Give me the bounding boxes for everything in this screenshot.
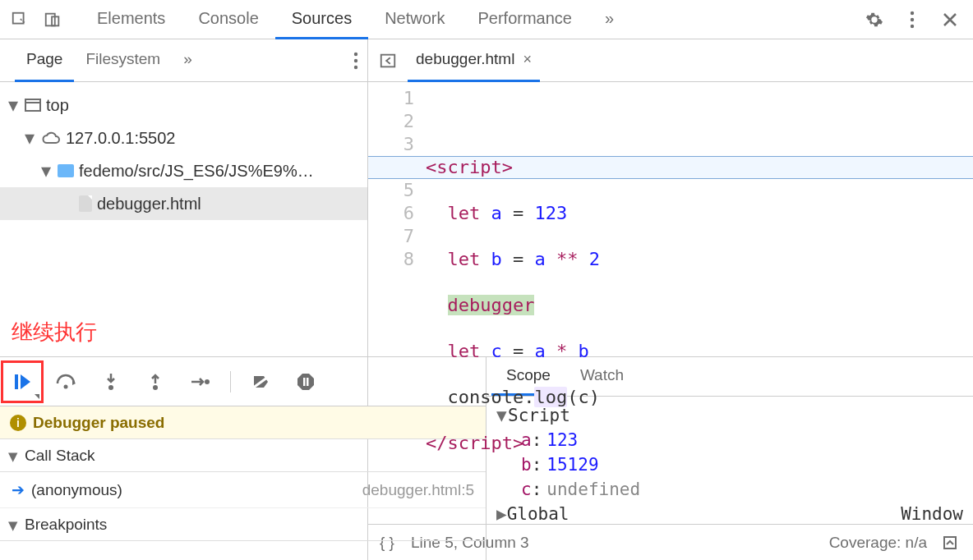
folder-icon [58,164,74,177]
svg-rect-0 [13,12,24,23]
navigator-tabs: Page Filesystem » [0,39,368,81]
editor-column: 1 2 3 4 5 6 7 8 <script> let a = 123 let… [368,82,973,560]
call-stack-header[interactable]: ▼ Call Stack [0,439,486,472]
debugger-left: 继续执行 i [0,357,486,560]
kebab-menu-icon[interactable] [901,8,924,31]
svg-rect-20 [307,378,309,386]
tree-host[interactable]: ▼ 127.0.0.1:5502 [0,122,367,154]
editor-tab-bar: debugger.html × [368,39,973,81]
tab-console[interactable]: Console [182,0,274,39]
tab-performance[interactable]: Performance [462,0,589,39]
tree-folder[interactable]: ▼ fedemo/src/JS_ES6/JS%E9%… [0,154,367,187]
code-content: <script> let a = 123 let b = a ** 2 debu… [426,87,973,524]
paused-text: Debugger paused [33,414,164,432]
svg-point-3 [911,11,914,14]
svg-point-14 [64,384,68,388]
cloud-icon [41,131,61,145]
annotation-label: 继续执行 [12,318,97,347]
svg-point-16 [153,385,158,390]
device-toggle-icon[interactable] [41,8,64,31]
subtab-page[interactable]: Page [15,39,74,82]
devtools-topbar: Elements Console Sources Network Perform… [0,0,973,39]
svg-rect-13 [15,374,18,389]
tab-sources[interactable]: Sources [275,0,368,39]
tree-top-label: top [46,96,69,115]
close-devtools-icon[interactable] [938,8,961,31]
secondary-bar: Page Filesystem » debugger.html × [0,39,973,82]
pause-on-exceptions-button[interactable] [292,368,320,396]
toolbar-divider [230,371,231,392]
svg-point-4 [911,17,914,21]
topbar-right [863,8,973,31]
file-tab-name: debugger.html [416,50,514,68]
tree-top-frame[interactable]: ▼ top [0,89,367,122]
code-editor[interactable]: 1 2 3 4 5 6 7 8 <script> let a = 123 let… [368,82,973,524]
step-out-button[interactable] [141,368,169,396]
navigator-menu-icon[interactable] [344,49,367,72]
stack-frame[interactable]: ➔(anonymous) debugger.html:5 [0,472,486,508]
svg-rect-9 [381,54,395,67]
resume-script-button[interactable] [8,368,36,396]
debugger-paused-banner: i Debugger paused [0,406,486,439]
tab-elements[interactable]: Elements [81,0,182,39]
file-icon [79,195,92,212]
svg-rect-10 [25,99,40,111]
svg-point-8 [354,65,357,68]
tree-file[interactable]: debugger.html [0,187,367,220]
svg-point-7 [354,58,357,62]
topbar-left [0,8,72,31]
svg-point-15 [108,385,113,390]
step-button[interactable] [186,368,214,396]
svg-point-17 [205,379,210,384]
svg-rect-19 [303,378,306,386]
breakpoints-header[interactable]: ▼ Breakpoints [0,508,486,541]
step-over-button[interactable] [53,368,81,396]
tabs-overflow[interactable]: » [588,0,630,39]
close-file-tab-icon[interactable]: × [523,51,532,68]
toggle-navigator-icon[interactable] [376,49,399,72]
subtab-filesystem[interactable]: Filesystem [74,39,172,82]
step-into-button[interactable] [97,368,125,396]
svg-point-6 [354,52,357,55]
subtab-overflow[interactable]: » [172,39,204,82]
inspect-element-icon[interactable] [8,8,31,31]
current-frame-arrow-icon: ➔ [12,481,25,498]
tree-file-label: debugger.html [97,195,201,213]
tab-network[interactable]: Network [368,0,461,39]
deactivate-breakpoints-button[interactable] [247,368,275,396]
tree-host-label: 127.0.0.1:5502 [66,129,175,148]
settings-gear-icon[interactable] [863,8,886,31]
debugger-toolbar [0,357,486,406]
open-file-tab[interactable]: debugger.html × [408,39,540,82]
svg-rect-1 [46,13,55,25]
svg-point-5 [911,24,914,27]
tree-folder-label: fedemo/src/JS_ES6/JS%E9%… [79,162,314,181]
info-icon: i [10,415,26,431]
frame-icon [25,99,41,112]
main-tabs: Elements Console Sources Network Perform… [81,0,630,39]
